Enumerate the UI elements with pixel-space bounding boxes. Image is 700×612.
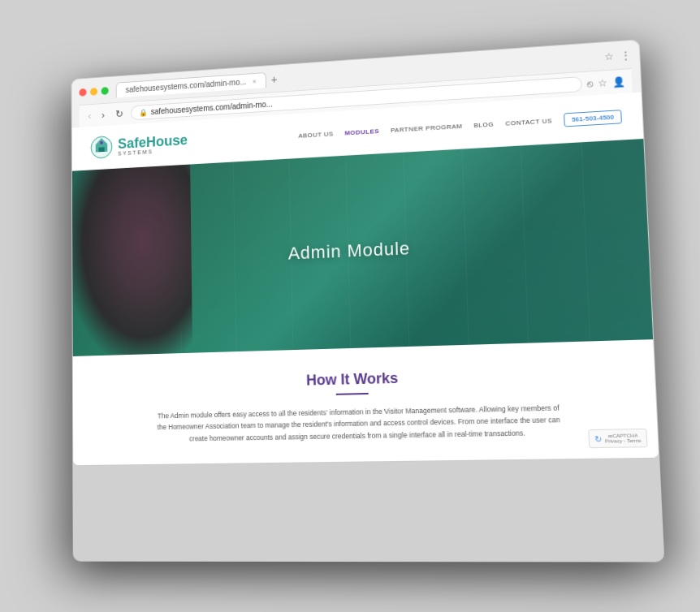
tab-actions: ☆ ⋮ <box>604 50 631 62</box>
hero-section: Admin Module <box>72 139 653 356</box>
browser-right-icons: ⎋ ☆ 👤 <box>586 75 625 89</box>
section-title: How It Works <box>118 364 603 394</box>
recaptcha-icon: ↻ <box>594 434 602 444</box>
cast-icon[interactable]: ⎋ <box>586 78 593 89</box>
new-tab-button[interactable]: + <box>266 73 283 87</box>
site-navigation: ABOUT US MODULES PARTNER PROGRAM BLOG CO… <box>298 110 622 143</box>
close-button[interactable] <box>79 88 86 97</box>
nav-contact-us[interactable]: CONTACT US <box>505 117 552 127</box>
maximize-button[interactable] <box>102 87 109 95</box>
reload-button[interactable]: ↻ <box>112 106 126 122</box>
nav-about-us[interactable]: ABOUT US <box>298 130 334 139</box>
nav-modules[interactable]: MODULES <box>344 127 379 136</box>
url-text: safehousesystems.com/admin-mo... <box>151 100 273 116</box>
recaptcha-sub: Privacy - Terms <box>605 438 642 444</box>
bookmark-icon[interactable]: ☆ <box>604 50 614 62</box>
logo-text: SafeHouse SYSTEMS <box>118 132 188 156</box>
bookmark-star-icon[interactable]: ☆ <box>598 77 607 89</box>
title-underline <box>336 393 369 395</box>
menu-icon[interactable]: ⋮ <box>620 50 631 62</box>
browser-window: safehousesystems.com/admin-mo... × + ☆ ⋮… <box>71 39 665 562</box>
nav-blog[interactable]: BLOG <box>473 120 494 128</box>
section-body-text: The Admin module offers easy access to a… <box>156 402 563 445</box>
recaptcha-badge: ↻ reCAPTCHA Privacy - Terms <box>588 429 647 448</box>
minimize-button[interactable] <box>90 88 97 96</box>
tab-close-icon[interactable]: × <box>253 77 257 85</box>
back-button[interactable]: ‹ <box>85 108 94 123</box>
browser-content: SafeHouse SYSTEMS ABOUT US MODULES PARTN… <box>71 92 660 466</box>
logo-area: SafeHouse SYSTEMS <box>89 130 188 160</box>
content-section: How It Works The Admin module offers eas… <box>73 339 659 465</box>
tab-label: safehousesystems.com/admin-mo... <box>126 77 247 93</box>
logo-icon <box>89 135 113 161</box>
phone-button[interactable]: 561-503-4500 <box>564 110 622 127</box>
traffic-lights <box>79 87 108 97</box>
forward-button[interactable]: › <box>98 107 107 122</box>
user-profile-icon[interactable]: 👤 <box>612 75 625 88</box>
nav-partner-program[interactable]: PARTNER PROGRAM <box>391 122 463 133</box>
ssl-lock-icon: 🔒 <box>139 108 147 116</box>
